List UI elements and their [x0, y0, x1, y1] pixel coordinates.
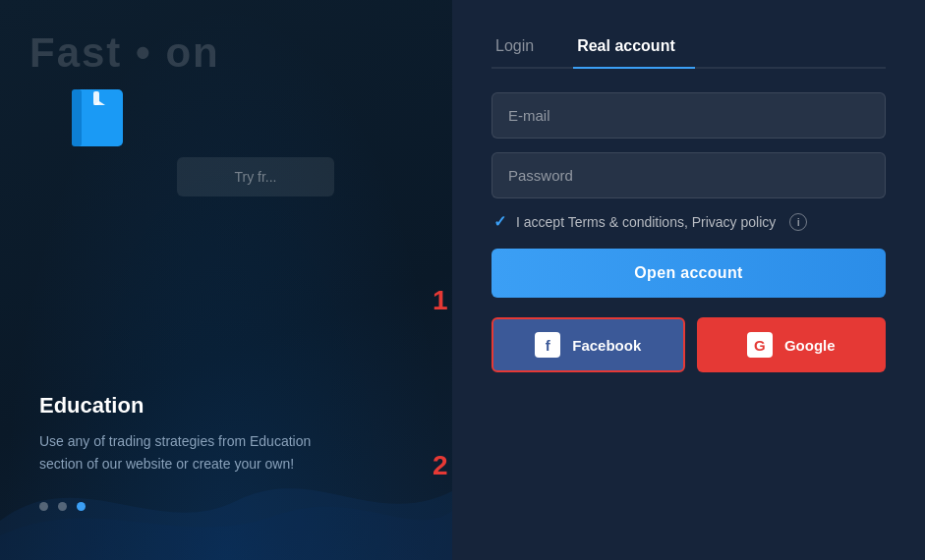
tab-login[interactable]: Login [491, 29, 553, 69]
step-1-label: 1 [433, 285, 448, 316]
step-2-label: 2 [433, 450, 448, 481]
open-account-button[interactable]: Open account [491, 249, 886, 298]
carousel-dots [39, 502, 86, 511]
email-field[interactable] [491, 92, 886, 139]
left-panel: Fast • on Try fr... Education Use any of… [0, 0, 452, 560]
dot-1[interactable] [39, 502, 48, 511]
google-label: Google [784, 337, 836, 354]
facebook-icon: f [535, 332, 560, 358]
google-button[interactable]: G Google [697, 317, 887, 372]
info-icon[interactable]: i [789, 213, 807, 231]
svg-rect-1 [72, 89, 82, 146]
social-buttons: f Facebook G Google [491, 317, 886, 372]
try-free-button[interactable]: Try fr... [177, 157, 334, 196]
right-panel: Login Real account ✓ I accept Terms & co… [452, 0, 925, 560]
dot-2[interactable] [58, 502, 67, 511]
dot-3[interactable] [77, 502, 86, 511]
checkmark-icon: ✓ [493, 212, 506, 231]
terms-label: I accept Terms & conditions, Privacy pol… [516, 214, 776, 230]
book-icon [64, 84, 135, 154]
password-field[interactable] [491, 152, 886, 198]
terms-checkbox-row: ✓ I accept Terms & conditions, Privacy p… [491, 212, 886, 231]
google-icon: G [747, 332, 773, 358]
facebook-button[interactable]: f Facebook [491, 317, 685, 372]
tab-bar: Login Real account [491, 29, 886, 69]
education-desc: Use any of trading strategies from Educa… [39, 430, 315, 475]
education-title: Education [39, 393, 144, 419]
facebook-label: Facebook [572, 337, 641, 354]
fast-text: Fast • on [29, 29, 220, 77]
tab-real-account[interactable]: Real account [573, 29, 695, 69]
